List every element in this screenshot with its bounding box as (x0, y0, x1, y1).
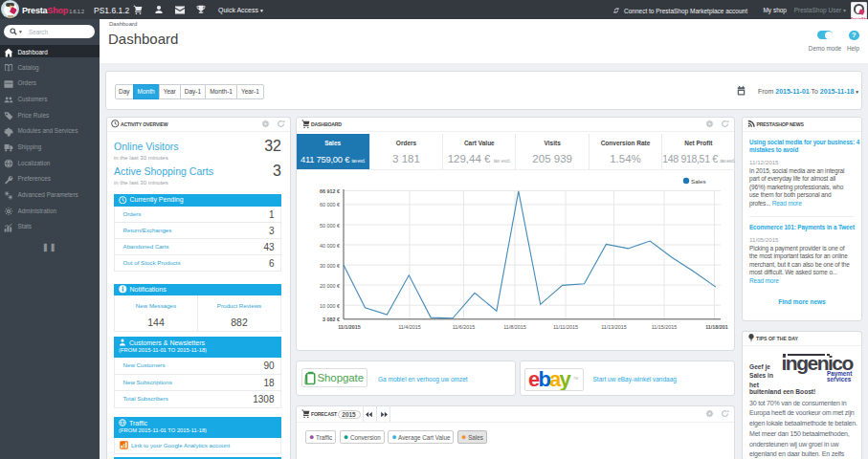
svg-text:11/13/2015: 11/13/2015 (601, 324, 627, 330)
svg-text:20 000 €: 20 000 € (320, 283, 340, 289)
svg-text:11/1/2015: 11/1/2015 (338, 324, 361, 330)
svg-text:11/18/201: 11/18/201 (705, 324, 728, 330)
svg-text:11/8/2015: 11/8/2015 (503, 324, 526, 330)
svg-text:40 000 €: 40 000 € (320, 243, 340, 249)
svg-text:66 912 €: 66 912 € (320, 188, 340, 194)
svg-text:11/11/2015: 11/11/2015 (553, 324, 578, 330)
svg-text:11/4/2015: 11/4/2015 (398, 324, 421, 330)
svg-text:3 082 €: 3 082 € (323, 317, 340, 322)
svg-text:30 000 €: 30 000 € (320, 263, 340, 269)
svg-text:50 000 €: 50 000 € (320, 223, 340, 229)
svg-text:11/6/2015: 11/6/2015 (453, 324, 476, 330)
svg-text:10 000 €: 10 000 € (320, 303, 340, 309)
svg-text:11/15/2015: 11/15/2015 (652, 324, 678, 330)
svg-text:Sales: Sales (691, 178, 705, 185)
svg-text:60 000 €: 60 000 € (320, 202, 340, 208)
